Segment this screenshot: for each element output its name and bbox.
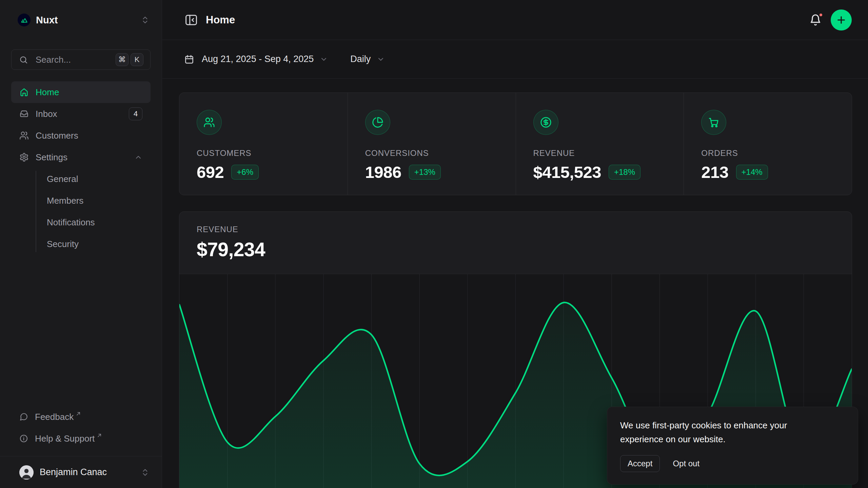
user-name: Benjamin Canac [40,467,141,477]
nuxt-logo-icon [18,14,31,26]
stat-label: CUSTOMERS [197,148,334,158]
search-input[interactable] [36,55,116,65]
users-icon [197,110,222,135]
sidebar-item-notifications[interactable]: Notifications [36,211,151,233]
chat-bubble-icon [19,412,28,421]
gear-icon [19,152,29,162]
notification-dot [818,12,824,18]
pie-chart-icon [365,110,390,135]
help-support-link[interactable]: Help & Support [11,428,151,449]
sidebar-item-settings[interactable]: Settings [11,146,151,168]
add-button[interactable] [831,9,852,30]
stat-card-customers[interactable]: CUSTOMERS 692 +6% [179,93,348,195]
optout-cookies-button[interactable]: Opt out [673,459,699,468]
inbox-icon [19,109,29,119]
sidebar-item-inbox[interactable]: Inbox 4 [11,103,151,125]
sidebar-item-security[interactable]: Security [36,233,151,255]
subnav-label: General [47,174,78,184]
stat-card-orders[interactable]: ORDERS 213 +14% [684,93,852,195]
cookie-message: We use first-party cookies to enhance yo… [620,419,845,446]
user-menu[interactable]: Benjamin Canac [0,456,162,488]
chevrons-up-down-icon [141,468,150,477]
external-link-icon [76,411,81,416]
stat-delta-badge: +14% [736,165,768,180]
kbd-k: K [131,53,143,66]
stat-value: 692 [197,163,224,182]
inbox-count-badge: 4 [129,107,142,120]
sidebar-footer: Feedback Help & Support [0,406,162,456]
chevron-down-icon [320,55,328,63]
stat-value: $415,523 [533,163,601,182]
date-range-picker[interactable]: Aug 21, 2025 - Sep 4, 2025 [184,54,328,64]
sidebar-item-customers[interactable]: Customers [11,125,151,146]
stat-delta-badge: +6% [231,165,259,180]
sidebar-nav: Home Inbox 4 Customers [0,81,162,255]
subnav-label: Security [47,239,79,249]
help-support-label: Help & Support [35,433,95,444]
page-title: Home [206,14,809,26]
granularity-select[interactable]: Daily [350,54,385,64]
avatar [19,465,34,480]
date-range-value: Aug 21, 2025 - Sep 4, 2025 [202,54,314,64]
chevron-down-icon [377,55,385,63]
stat-card-revenue[interactable]: REVENUE $415,523 +18% [516,93,684,195]
filters-toolbar: Aug 21, 2025 - Sep 4, 2025 Daily [162,40,868,79]
subnav-label: Notifications [47,217,95,228]
users-icon [19,131,29,140]
sidebar: Nuxt ⌘ K Home [0,0,162,488]
stat-card-conversions[interactable]: CONVERSIONS 1986 +13% [348,93,516,195]
stat-label: REVENUE [533,148,670,158]
revenue-chart-label: REVENUE [197,225,835,234]
home-icon [19,87,29,97]
sidebar-item-members[interactable]: Members [36,190,151,211]
sidebar-item-general[interactable]: General [36,168,151,190]
stat-value: 1986 [365,163,401,182]
subnav-label: Members [47,196,83,206]
stat-delta-badge: +18% [609,165,640,180]
collapse-sidebar-icon[interactable] [184,13,198,27]
stat-delta-badge: +13% [409,165,441,180]
chevrons-up-down-icon[interactable] [141,16,150,24]
chevron-up-icon [134,153,142,161]
accept-cookies-button[interactable]: Accept [620,455,660,472]
sidebar-item-label: Settings [36,152,134,163]
sidebar-item-home[interactable]: Home [11,81,151,103]
stat-label: CONVERSIONS [365,148,502,158]
kbd-meta: ⌘ [116,53,129,66]
cookie-banner: We use first-party cookies to enhance yo… [607,407,858,485]
search-input-wrapper[interactable]: ⌘ K [11,49,151,70]
feedback-link[interactable]: Feedback [11,406,151,428]
stat-label: ORDERS [701,148,838,158]
sidebar-item-label: Customers [36,130,142,141]
cookie-message-line2: experience on our website. [620,432,845,446]
cart-icon [701,110,726,135]
workspace-switcher[interactable]: Nuxt [0,0,162,40]
cookie-message-line1: We use first-party cookies to enhance yo… [620,419,845,432]
sidebar-item-label: Home [36,87,142,98]
settings-subnav: General Members Notifications Security [11,168,151,255]
revenue-chart-total: $79,234 [197,238,835,261]
workspace-name: Nuxt [36,15,141,26]
granularity-value: Daily [350,54,371,64]
calendar-icon [184,54,194,64]
info-circle-icon [19,434,28,443]
dollar-circle-icon [533,110,558,135]
external-link-icon [97,433,102,438]
notifications-button[interactable] [809,14,822,26]
feedback-label: Feedback [35,412,74,422]
sidebar-item-label: Inbox [36,109,129,119]
stats-cards: CUSTOMERS 692 +6% CONVERSIONS 1986 +13% [179,93,852,195]
stat-value: 213 [701,163,728,182]
search-icon [19,55,28,64]
topbar: Home [162,0,868,40]
